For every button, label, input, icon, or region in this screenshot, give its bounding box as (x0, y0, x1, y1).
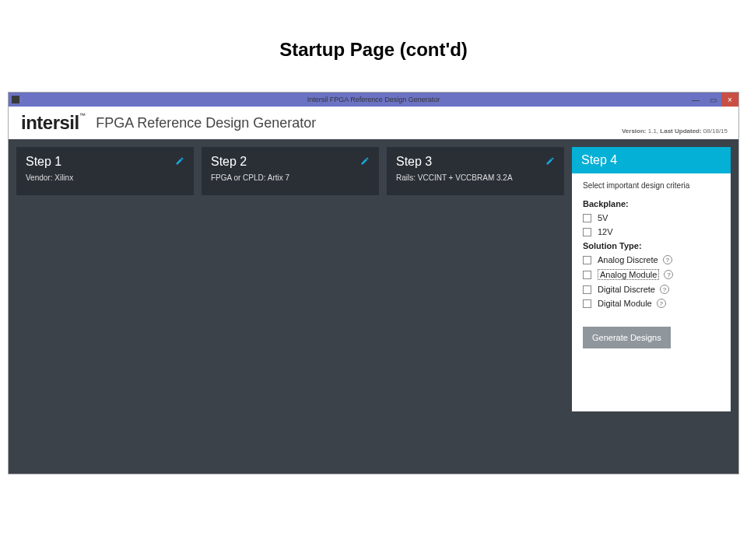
backplane-label: Backplane: (583, 199, 720, 208)
checkbox-icon[interactable] (583, 271, 591, 279)
digital-module-label: Digital Module (598, 299, 652, 308)
close-button[interactable]: × (721, 93, 738, 107)
step1-subtitle: Vendor: Xilinx (26, 173, 184, 182)
digital-discrete-label: Digital Discrete (598, 285, 655, 294)
step4-instruction: Select important design criteria (583, 181, 720, 190)
analog-module-row[interactable]: Analog Module ? (583, 269, 720, 280)
step2-subtitle: FPGA or CPLD: Artix 7 (211, 173, 370, 182)
checkbox-icon[interactable] (583, 285, 591, 294)
step1-card[interactable]: Step 1 Vendor: Xilinx (16, 147, 194, 195)
trademark: ™ (79, 112, 86, 119)
step1-title: Step 1 (26, 155, 184, 169)
backplane-5v-label: 5V (598, 213, 608, 222)
edit-icon[interactable] (545, 155, 555, 169)
step4-body: Select important design criteria Backpla… (572, 173, 731, 356)
updated-prefix: Last Updated: (660, 128, 703, 135)
step3-subtitle: Rails: VCCINT + VCCBRAM 3.2A (396, 173, 555, 182)
step4-title: Step 4 (572, 147, 731, 173)
help-icon[interactable]: ? (663, 255, 672, 264)
step2-title: Step 2 (211, 155, 370, 169)
window-controls: — ▭ × (687, 93, 738, 107)
backplane-12v-label: 12V (598, 227, 613, 236)
backplane-5v-row[interactable]: 5V (583, 213, 720, 222)
slide-title: Startup Page (cont'd) (0, 0, 747, 92)
step4-panel: Step 4 Select important design criteria … (572, 147, 731, 411)
version-prefix: Version: (622, 128, 648, 135)
checkbox-icon[interactable] (583, 228, 591, 236)
titlebar: Intersil FPGA Reference Design Generator… (9, 93, 738, 107)
solution-type-label: Solution Type: (583, 241, 720, 250)
backplane-12v-row[interactable]: 12V (583, 227, 720, 236)
workspace: Step 1 Vendor: Xilinx Step 2 FPGA or CPL… (9, 139, 738, 474)
analog-discrete-label: Analog Discrete (598, 255, 658, 264)
analog-discrete-row[interactable]: Analog Discrete ? (583, 255, 720, 264)
edit-icon[interactable] (360, 155, 370, 169)
window-title: Intersil FPGA Reference Design Generator (307, 96, 440, 103)
checkbox-icon[interactable] (583, 299, 591, 308)
app-window: Intersil FPGA Reference Design Generator… (8, 92, 739, 474)
checkbox-icon[interactable] (583, 214, 591, 222)
app-icon (12, 96, 19, 103)
help-icon[interactable]: ? (660, 285, 669, 294)
app-title: FPGA Reference Design Generator (96, 115, 316, 131)
step2-card[interactable]: Step 2 FPGA or CPLD: Artix 7 (202, 147, 379, 195)
minimize-button[interactable]: — (687, 93, 704, 107)
updated-value: 08/18/15 (703, 128, 728, 135)
step3-card[interactable]: Step 3 Rails: VCCINT + VCCBRAM 3.2A (387, 147, 564, 195)
digital-module-row[interactable]: Digital Module ? (583, 299, 720, 308)
edit-icon[interactable] (175, 155, 184, 169)
analog-module-label: Analog Module (598, 269, 659, 280)
help-icon[interactable]: ? (657, 299, 666, 308)
step3-title: Step 3 (396, 155, 555, 169)
checkbox-icon[interactable] (583, 256, 591, 264)
generate-designs-button[interactable]: Generate Designs (583, 327, 671, 348)
maximize-button[interactable]: ▭ (704, 93, 721, 107)
brand-text: intersil (21, 112, 79, 133)
digital-discrete-row[interactable]: Digital Discrete ? (583, 285, 720, 294)
version-value: 1.1, (648, 128, 661, 135)
version-label: Version: 1.1, Last Updated: 08/18/15 (622, 128, 728, 135)
brand-logo: intersil™ (21, 112, 85, 134)
app-header: intersil™ FPGA Reference Design Generato… (9, 107, 738, 139)
help-icon[interactable]: ? (664, 270, 673, 279)
